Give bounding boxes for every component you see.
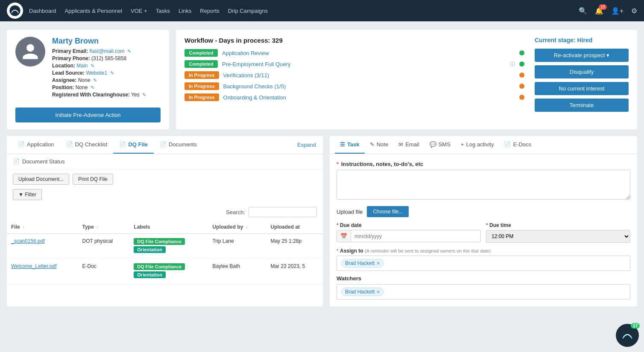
nav-links: Dashboard Applicants & Personnel VOE + T…	[29, 8, 579, 14]
date-input-wrap: 📅	[337, 230, 481, 242]
note-icon: ✎	[370, 141, 375, 148]
settings-gear-icon[interactable]: ⚙	[631, 7, 637, 15]
right-tab-task[interactable]: ☰ Task	[335, 136, 365, 154]
app-logo[interactable]	[7, 3, 23, 19]
task-icon: ☰	[340, 141, 345, 148]
assigned-user-tag: Brad Hackett ✕	[341, 259, 384, 268]
step-link[interactable]: Pre-Employment Full Query	[222, 61, 505, 67]
print-dq-file-button[interactable]: Print DQ File	[73, 174, 113, 185]
watcher-user-name: Brad Hackett	[345, 289, 375, 295]
position-edit-icon[interactable]: ✎	[91, 85, 94, 90]
workflow-step: Completed Pre-Employment Full Query ⓘ	[184, 60, 524, 68]
tab-dq-checklist[interactable]: 📄 DQ Checklist	[60, 136, 114, 154]
file-uploaded-by: Trip Lane	[208, 234, 266, 259]
location-edit-icon[interactable]: ✎	[91, 63, 94, 68]
upload-file-label: Upload file	[337, 209, 363, 215]
edocs-icon: 📄	[504, 141, 511, 148]
file-name[interactable]: Welcome_Letter.pdf	[7, 259, 78, 284]
search-icon[interactable]: 🔍	[579, 7, 587, 15]
right-tab-sms[interactable]: 💬 SMS	[424, 136, 456, 154]
assignee-edit-icon[interactable]: ✎	[93, 78, 97, 83]
right-tab-log-activity[interactable]: + Log activity	[456, 136, 499, 154]
bottom-section: 📄 Application 📄 DQ Checklist 📄 DQ File 📄…	[7, 136, 637, 306]
right-tab-edocs[interactable]: 📄 E-Docs	[499, 136, 536, 154]
nav-drip[interactable]: Drip Campaigns	[228, 8, 268, 14]
tab-dq-file[interactable]: 📄 DQ File	[113, 136, 154, 154]
email-edit-icon[interactable]: ✎	[127, 49, 131, 54]
file-uploaded-at: Mar 23 2023, 5	[266, 259, 323, 284]
step-dot	[519, 50, 524, 55]
profile-email[interactable]: flast@mail.com	[89, 48, 124, 54]
profile-location[interactable]: Main	[76, 63, 88, 69]
search-input[interactable]	[249, 207, 317, 217]
search-bar: Search:	[7, 204, 323, 221]
expand-button[interactable]: Expand	[296, 138, 318, 151]
file-uploaded-by: Baylee Bath	[208, 259, 266, 284]
file-table-body: _scan0156.pdf DOT physical DQ File Compl…	[7, 234, 323, 284]
assign-to-box[interactable]: Brad Hackett ✕	[337, 256, 630, 271]
file-labels: DQ File ComplianceOrientation	[129, 259, 208, 284]
step-status-badge: In Progress	[184, 82, 219, 90]
disqualify-button[interactable]: Disqualify	[535, 65, 629, 79]
right-tab-email[interactable]: ✉ Email	[393, 136, 424, 154]
email-icon: ✉	[398, 141, 403, 148]
step-link[interactable]: Application Review	[222, 50, 515, 56]
workflow-step: In Progress Verifications (3/11)	[184, 71, 524, 79]
file-label-tag: DQ File Compliance	[134, 263, 185, 270]
search-label: Search:	[226, 209, 245, 215]
profile-name: Marty Brown	[52, 37, 146, 46]
step-dot	[519, 73, 524, 78]
lead-source-edit-icon[interactable]: ✎	[110, 70, 114, 76]
nav-applicants[interactable]: Applicants & Personnel	[65, 8, 122, 14]
initiate-pre-adverse-button[interactable]: Initiate Pre-Adverse Action	[15, 108, 161, 122]
reactivate-button[interactable]: Re-activate prospect ▾	[535, 49, 629, 62]
nav-tasks[interactable]: Tasks	[156, 8, 170, 14]
due-time-group: * Due time 12:00 PM1:00 PM2:00 PM3:00 PM…	[486, 222, 630, 243]
step-link[interactable]: Background Checks (1/5)	[223, 83, 515, 90]
step-status-badge: Completed	[184, 49, 218, 57]
nav-reports[interactable]: Reports	[200, 8, 220, 14]
right-tab-note[interactable]: ✎ Note	[365, 136, 393, 154]
watcher-user-tag: Brad Hackett ✕	[341, 288, 384, 296]
log-icon: +	[461, 141, 464, 148]
due-time-select[interactable]: 12:00 PM1:00 PM2:00 PM3:00 PM6:00 AM8:00…	[486, 230, 630, 243]
due-date-input[interactable]	[351, 231, 480, 242]
step-link[interactable]: Onboarding & Orientation	[223, 94, 515, 101]
nav-voe[interactable]: VOE +	[131, 8, 147, 14]
notification-bell-icon[interactable]: 🔔 18	[595, 7, 603, 15]
profile-clearinghouse: Yes	[131, 92, 140, 98]
nocurrent-button[interactable]: No current interest	[535, 82, 629, 95]
doc-status-label: Document Status	[22, 158, 65, 165]
remove-watcher-user[interactable]: ✕	[376, 289, 380, 295]
clearinghouse-edit-icon[interactable]: ✎	[142, 92, 146, 97]
step-link[interactable]: Verifications (3/11)	[223, 72, 515, 79]
col-file: File ↕	[7, 221, 78, 234]
nav-dashboard[interactable]: Dashboard	[29, 8, 56, 14]
add-user-icon[interactable]: 👤+	[611, 7, 624, 15]
doc-status-icon: 📄	[13, 158, 20, 165]
file-name[interactable]: _scan0156.pdf	[7, 234, 78, 259]
instructions-textarea[interactable]	[337, 170, 630, 200]
workflow-title: Workflow - Days in process: 329	[184, 37, 524, 44]
watchers-box[interactable]: Brad Hackett ✕	[337, 284, 630, 300]
terminate-button[interactable]: Terminate	[535, 99, 629, 112]
calendar-icon[interactable]: 📅	[337, 230, 351, 242]
dq-checklist-tab-icon: 📄	[66, 141, 73, 148]
col-labels: Labels	[129, 221, 208, 234]
profile-lead-source[interactable]: Website1	[86, 70, 107, 76]
choose-file-button[interactable]: Choose file...	[367, 206, 409, 217]
instructions-label: * Instructions, notes, to-do's, etc	[337, 161, 630, 167]
date-time-row: * Due date 📅 * Due time 12:00 PM1:00 PM2…	[337, 222, 630, 243]
remove-assigned-user[interactable]: ✕	[376, 261, 380, 266]
file-table: File ↕ Type ↕ Labels Uploaded by ↕ Uploa…	[7, 221, 323, 284]
assigned-user-name: Brad Hackett	[345, 260, 375, 266]
application-tab-icon: 📄	[18, 141, 25, 148]
nav-links[interactable]: Links	[179, 8, 191, 14]
workflow-left: Workflow - Days in process: 329 Complete…	[184, 37, 524, 122]
file-uploaded-at: May 25 1:28p	[266, 234, 323, 259]
due-date-label: * Due date	[337, 222, 481, 228]
filter-button[interactable]: ▼ Filter	[13, 189, 42, 200]
tab-application[interactable]: 📄 Application	[12, 136, 60, 154]
tab-documents[interactable]: 📄 Documents	[154, 136, 203, 154]
upload-document-button[interactable]: Upload Document...	[13, 174, 69, 185]
